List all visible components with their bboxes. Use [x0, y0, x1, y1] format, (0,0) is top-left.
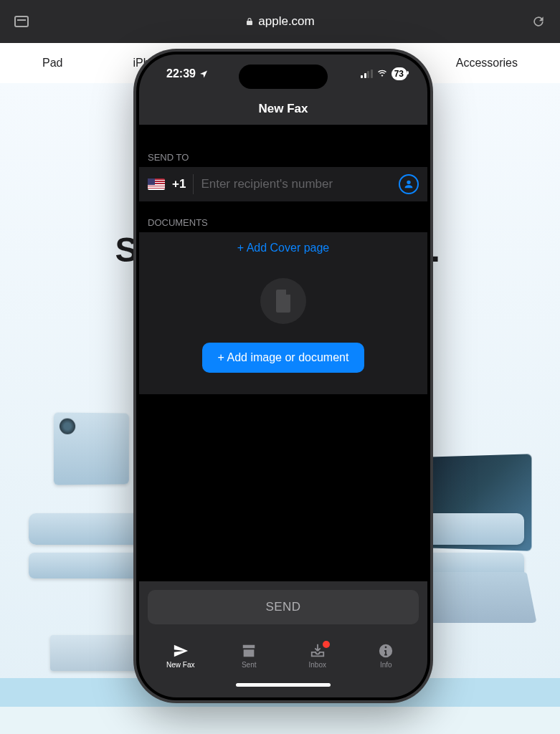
recipient-row: +1	[139, 167, 427, 201]
document-placeholder-icon	[260, 278, 306, 324]
url-area[interactable]: apple.com	[29, 14, 531, 29]
home-indicator[interactable]	[139, 679, 427, 697]
signal-icon	[361, 70, 373, 78]
screen-title-bar: New Fax	[139, 93, 427, 125]
lock-icon	[245, 17, 254, 26]
info-icon	[376, 643, 395, 659]
add-cover-page-button[interactable]: + Add Cover page	[139, 232, 427, 264]
tab-bar: New Fax Sent Inbox Info	[139, 633, 427, 679]
status-time: 22:39	[166, 67, 196, 80]
country-flag-us[interactable]	[148, 178, 165, 190]
document-icon	[274, 290, 293, 313]
send-button[interactable]: SEND	[148, 590, 419, 624]
url-text: apple.com	[258, 14, 314, 29]
dynamic-island	[239, 65, 328, 89]
add-document-button[interactable]: + Add image or document	[202, 343, 365, 373]
tab-new-fax[interactable]: New Fax	[156, 643, 206, 669]
document-drop-area: + Add image or document	[139, 264, 427, 394]
dial-code[interactable]: +1	[172, 177, 186, 191]
documents-label: DOCUMENTS	[139, 201, 427, 232]
nav-item-accessories[interactable]: Accessories	[456, 57, 518, 70]
send-area: SEND	[139, 581, 427, 633]
send-to-label: SEND TO	[139, 145, 427, 167]
refresh-icon[interactable]	[531, 14, 546, 29]
tab-sent[interactable]: Sent	[224, 643, 274, 669]
wifi-icon	[376, 70, 388, 78]
tabs-icon[interactable]	[14, 16, 29, 27]
nav-item-pad[interactable]: Pad	[42, 57, 62, 70]
tab-inbox[interactable]: Inbox	[293, 643, 343, 669]
archive-icon	[239, 643, 258, 659]
browser-bar: apple.com	[0, 0, 560, 43]
battery-indicator: 73	[391, 67, 407, 80]
tab-info[interactable]: Info	[361, 643, 411, 669]
recipient-input[interactable]	[201, 177, 391, 191]
person-icon	[403, 178, 414, 190]
paper-plane-icon	[171, 643, 190, 659]
location-icon	[199, 70, 208, 78]
contacts-button[interactable]	[399, 174, 419, 194]
phone-mockup: 22:39 73 New Fax SEND TO +1	[136, 52, 430, 700]
screen-title: New Fax	[259, 102, 308, 116]
notification-badge	[323, 641, 330, 648]
